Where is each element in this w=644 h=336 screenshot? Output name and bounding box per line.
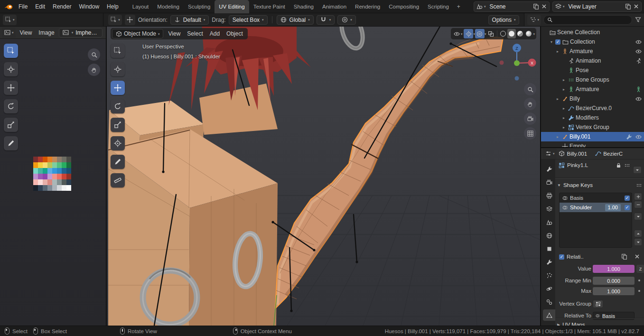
pin-icon[interactable] bbox=[621, 253, 627, 260]
shape-key-mute-checkbox[interactable]: ✓ bbox=[625, 196, 630, 201]
new-scene-button[interactable] bbox=[532, 3, 539, 10]
disclosure-closed-icon[interactable]: ▸ bbox=[555, 97, 560, 101]
shape-key-basis[interactable]: Basis✓ bbox=[560, 193, 632, 203]
show-overlays-toggle[interactable] bbox=[475, 29, 485, 38]
relative-to-dropdown[interactable]: Basis bbox=[593, 312, 635, 320]
viewport-zoom-button[interactable] bbox=[524, 83, 536, 95]
move-shape-key-up-button[interactable] bbox=[634, 230, 642, 237]
properties-tab-object[interactable] bbox=[543, 243, 555, 254]
outliner-row-armature[interactable]: ▸Armature bbox=[541, 84, 644, 94]
workspace-tab-compositing[interactable]: Compositing bbox=[384, 0, 423, 13]
orientation-dropdown[interactable]: Default▾ bbox=[170, 15, 209, 25]
viewport-pan-button[interactable] bbox=[524, 98, 536, 110]
menu-edit[interactable]: Edit bbox=[31, 0, 49, 13]
viewport-menu-view[interactable]: View bbox=[165, 28, 184, 39]
shading-material-button[interactable] bbox=[516, 29, 524, 38]
properties-editor-type-dropdown[interactable]: ▾ bbox=[543, 149, 557, 159]
properties-tab-tool[interactable] bbox=[543, 163, 555, 175]
shape-key-value-slider[interactable]: 1.000 bbox=[593, 265, 635, 273]
properties-tab-physics[interactable] bbox=[543, 283, 555, 294]
outliner-row-vertex-group[interactable]: ▸Vertex Group bbox=[541, 122, 644, 132]
remove-view-layer-button[interactable] bbox=[633, 3, 639, 10]
disclosure-closed-icon[interactable]: ▸ bbox=[561, 106, 566, 111]
add-workspace-button[interactable]: + bbox=[453, 0, 464, 13]
outliner-row-billy[interactable]: ▸Billy bbox=[541, 94, 644, 103]
uv-maps-panel-header[interactable]: ▶ UV Maps bbox=[557, 320, 642, 326]
properties-tab-render[interactable] bbox=[543, 177, 555, 188]
viewport-active-tool-button[interactable]: ▾ bbox=[108, 15, 122, 25]
outliner-row-bone-groups[interactable]: ▸Bone Groups bbox=[541, 75, 644, 84]
drag-dropdown[interactable]: Select Box▾ bbox=[229, 15, 268, 25]
viewport-menu-object[interactable]: Object bbox=[223, 28, 246, 39]
viewport-tool-measure[interactable] bbox=[111, 173, 125, 187]
properties-tab-modifiers[interactable] bbox=[543, 256, 555, 268]
viewport-tool-move[interactable] bbox=[111, 81, 125, 95]
disclosure-closed-icon[interactable]: ▸ bbox=[555, 135, 560, 139]
hide-in-viewport-toggle[interactable] bbox=[635, 133, 642, 140]
range-max-field[interactable]: 1.000 bbox=[593, 287, 635, 295]
shape-key-specials-button[interactable] bbox=[634, 213, 642, 220]
viewport-camera-button[interactable] bbox=[524, 112, 536, 125]
outliner-row-empty[interactable]: Empty bbox=[541, 141, 644, 148]
range-min-field[interactable]: 0.000 bbox=[593, 277, 635, 285]
proportional-editing-toggle[interactable]: ▾ bbox=[337, 15, 356, 25]
object-visibility-dropdown[interactable]: ▾ bbox=[452, 29, 464, 38]
shape-key-value[interactable]: 1.00 bbox=[605, 204, 621, 211]
uv-tool-select-box[interactable] bbox=[4, 44, 18, 58]
viewport-menu-add[interactable]: Add bbox=[206, 28, 223, 39]
outliner-row-billy-001[interactable]: ▸Billy.001 bbox=[541, 132, 644, 141]
properties-tab-scene[interactable] bbox=[543, 216, 555, 228]
disclosure-closed-icon[interactable]: ▸ bbox=[561, 78, 566, 82]
uv-zoom-button[interactable] bbox=[88, 48, 100, 61]
uv-pan-button[interactable] bbox=[88, 64, 100, 76]
vertex-group-item[interactable]: Pinky1.L bbox=[558, 160, 630, 170]
options-dropdown[interactable]: Options▾ bbox=[488, 15, 520, 25]
menu-render[interactable]: Render bbox=[49, 0, 75, 13]
menu-help[interactable]: Help bbox=[103, 0, 122, 13]
outliner-search-input[interactable] bbox=[555, 17, 628, 23]
hide-in-viewport-toggle[interactable] bbox=[635, 48, 642, 55]
workspace-tab-scripting[interactable]: Scripting bbox=[423, 0, 453, 13]
viewport-tool-annotate[interactable] bbox=[111, 155, 125, 169]
gizmo-y-axis[interactable] bbox=[514, 60, 520, 66]
add-shape-key-button[interactable] bbox=[634, 193, 642, 200]
workspace-tab-uv-editing[interactable]: UV Editing bbox=[215, 0, 249, 13]
workspace-tab-shading[interactable]: Shading bbox=[289, 0, 318, 13]
outliner-row-armature[interactable]: ▸Armature bbox=[541, 47, 644, 56]
viewport-tool-transform[interactable] bbox=[111, 136, 125, 150]
shape-keys-panel-header[interactable]: ▼ Shape Keys bbox=[557, 180, 642, 190]
vertex-group-select-button[interactable] bbox=[593, 300, 603, 308]
3d-viewport-scene[interactable]: Z X bbox=[107, 27, 541, 326]
uv-tool-scale[interactable] bbox=[4, 118, 18, 132]
outliner-row-beziercurve-0[interactable]: ▸BezierCurve.0 bbox=[541, 103, 644, 113]
properties-tab-output[interactable] bbox=[543, 190, 555, 201]
workspace-tab-sculpting[interactable]: Sculpting bbox=[184, 0, 215, 13]
outliner-row-scene-collection[interactable]: Scene Collection bbox=[541, 28, 644, 37]
properties-tab-object-data[interactable] bbox=[543, 309, 555, 321]
remove-shape-key-button[interactable] bbox=[634, 201, 642, 208]
shape-key-mute-checkbox[interactable]: ✓ bbox=[625, 205, 630, 210]
properties-tab-world[interactable] bbox=[543, 230, 555, 241]
menu-file[interactable]: File bbox=[15, 0, 31, 13]
properties-tab-constraints[interactable] bbox=[543, 296, 555, 308]
outliner-row-animation[interactable]: Animation bbox=[541, 56, 644, 65]
uv-active-tool-button[interactable]: ▾ bbox=[3, 15, 17, 25]
disclosure-closed-icon[interactable]: ▸ bbox=[561, 87, 566, 92]
relative-checkbox[interactable]: ✓ bbox=[559, 254, 564, 260]
workspace-tab-layout[interactable]: Layout bbox=[128, 0, 153, 13]
animate-dot-icon[interactable] bbox=[638, 280, 640, 281]
unlink-scene-button[interactable] bbox=[541, 3, 547, 10]
show-gizmo-toggle[interactable] bbox=[464, 29, 473, 38]
snap-toggle[interactable]: ▾ bbox=[317, 15, 335, 25]
gizmo-negative-z[interactable] bbox=[515, 76, 519, 81]
mode-dropdown[interactable]: Object Mode▾ bbox=[112, 29, 163, 38]
outliner-row-pose[interactable]: Pose bbox=[541, 65, 644, 75]
outliner-row-collection[interactable]: ▾✓Collection bbox=[541, 37, 644, 47]
viewport-ortho-button[interactable] bbox=[524, 127, 536, 140]
gizmo-negative-x[interactable] bbox=[500, 61, 504, 65]
shading-solid-button[interactable] bbox=[507, 29, 516, 38]
uv-tool-move[interactable] bbox=[4, 81, 18, 95]
viewport-tool-rotate[interactable] bbox=[111, 99, 125, 113]
outliner-search[interactable] bbox=[543, 15, 632, 25]
disclosure-closed-icon[interactable]: ▸ bbox=[561, 116, 566, 120]
